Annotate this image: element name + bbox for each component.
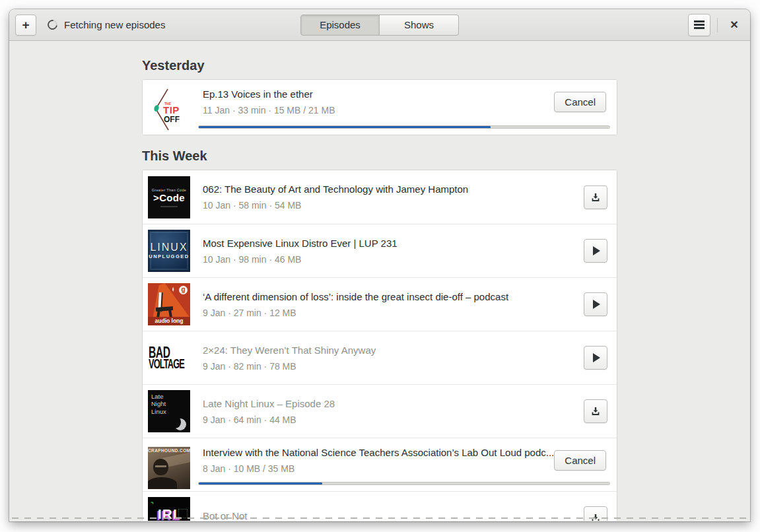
header-separator [717,18,718,32]
show-cover-linux-unplugged: LINUX UNPLUGGED [148,230,190,272]
episode-title: Most Expensive Linux Distro Ever | LUP 2… [203,238,584,249]
episode-meta: 10 Jan · 98 min · 46 MB [203,254,584,265]
download-button[interactable] [584,185,607,209]
play-icon [593,246,600,255]
episode-row[interactable]: Greater Than Code >Code 062: The Beauty … [143,170,617,224]
download-button[interactable] [584,399,607,423]
episode-title: ‘A different dimension of loss’: inside … [203,291,584,302]
play-button[interactable] [584,239,607,263]
progress-fill [199,126,491,128]
play-icon [593,353,600,362]
show-cover-audio-long-reads: g audio long reads [148,283,190,325]
progress-fill [199,482,322,484]
episode-title: 062: The Beauty of Art and Technology wi… [203,183,584,195]
download-icon [590,192,601,203]
episode-title: Bot or Not [203,510,584,521]
section-title-this-week: This Week [142,135,617,170]
header-right: ✕ [688,14,744,36]
scroll-undershoot-indicator [12,517,747,519]
section-title-yesterday: Yesterday [142,41,617,79]
episode-row[interactable]: BAD VOLTAGE 2×24: They Weren’t That Shin… [143,331,617,384]
episode-meta: 11 Jan · 33 min · 15 MB / 21 MB [203,105,554,116]
show-cover-greater-than-code: Greater Than Code >Code [148,176,190,218]
episode-meta: 9 Jan · 82 min · 78 MB [203,361,584,372]
play-icon [593,300,600,309]
play-button[interactable] [584,346,607,370]
download-icon [590,406,601,416]
episode-meta: 9 Jan · 27 min · 12 MB [203,308,584,318]
tab-shows[interactable]: Shows [380,15,459,36]
episode-title: Late Night Linux – Episode 28 [203,398,584,409]
view-switcher: Episodes Shows [300,15,459,36]
download-progress [198,125,610,129]
show-cover-bad-voltage: BAD VOLTAGE [148,337,190,379]
play-button[interactable] [584,292,607,316]
status-text: Fetching new episodes [64,19,165,30]
download-icon [590,513,601,521]
tab-episodes[interactable]: Episodes [300,15,380,36]
cancel-button[interactable]: Cancel [554,450,606,471]
show-cover-late-night-linux: Late Night Linux [148,390,190,432]
episode-row[interactable]: Late Night Linux Late Night Linux – Epis… [143,384,617,438]
episode-row[interactable]: THE TIP OFF Ep.13 Voices in the ether 11… [143,80,617,135]
episode-row[interactable]: › IRL Bot or Not [143,491,617,521]
menu-button[interactable] [688,14,710,36]
app-window: + Fetching new episodes Episodes Shows ✕… [9,9,750,521]
loading-spinner-icon [46,18,59,32]
headerbar: + Fetching new episodes Episodes Shows ✕ [9,9,750,41]
episode-title: Interview with the National Science Teac… [203,447,554,458]
hamburger-icon [694,24,705,26]
episode-title: Ep.13 Voices in the ether [203,88,554,100]
episode-row[interactable]: LINUX UNPLUGGED Most Expensive Linux Dis… [143,224,617,277]
show-cover-tip-off: THE TIP OFF [148,88,190,131]
moon-icon [174,418,186,430]
episode-meta: 10 Jan · 58 min · 54 MB [203,200,584,211]
cancel-button[interactable]: Cancel [554,92,606,112]
content-area: Yesterday THE TIP OFF Ep.13 Voi [9,41,750,521]
yesterday-card: THE TIP OFF Ep.13 Voices in the ether 11… [142,79,617,135]
close-button[interactable]: ✕ [724,15,744,35]
episode-row[interactable]: CRAPHOUND.COM Interview with the Nationa… [143,438,617,491]
download-progress [198,482,610,485]
add-podcast-button[interactable]: + [15,15,36,36]
episode-row[interactable]: g audio long reads ‘A different dimensio… [143,277,617,331]
episode-meta: 8 Jan · 10 MB / 35 MB [203,463,554,474]
episode-title: 2×24: They Weren’t That Shiny Anyway [203,345,584,356]
episode-meta: 9 Jan · 64 min · 44 MB [203,415,584,425]
show-cover-craphound: CRAPHOUND.COM [148,447,190,489]
this-week-card: Greater Than Code >Code 062: The Beauty … [142,170,617,521]
